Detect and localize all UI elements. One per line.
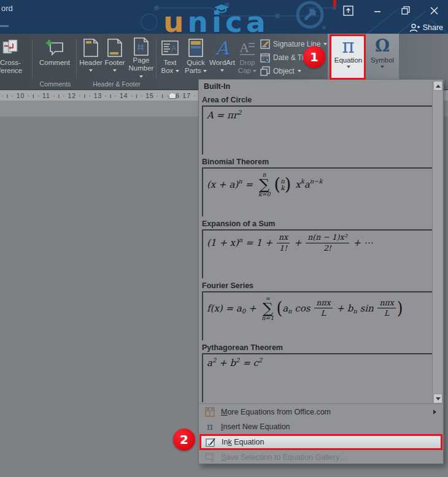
- office-equations-icon: [204, 407, 215, 417]
- dropdown-caret: [253, 70, 257, 72]
- equation-preview[interactable]: a2 + b2 = c2: [202, 353, 433, 402]
- menu-item-label: Ink Equation: [222, 438, 441, 446]
- svg-text:A: A: [171, 44, 177, 53]
- equation-section-label: Pythagorean Theorem: [202, 341, 433, 353]
- group-divider: [76, 39, 77, 78]
- cross-reference-icon: [1, 37, 20, 59]
- date-time-icon: [260, 53, 270, 63]
- ruler-ticks-right: · 17 · ı: [177, 92, 201, 99]
- equation-gallery-item[interactable]: Expansion of a Sum(1 + x)n = 1 + nx1! + …: [202, 217, 433, 278]
- page-number-button[interactable]: Page Number: [126, 37, 156, 80]
- builtin-header: Built-In: [204, 82, 230, 91]
- restore-button[interactable]: [396, 2, 415, 18]
- menu-item-save-selection-to-gallery: πSave Selection to Equation Gallery…: [199, 450, 442, 465]
- text-box-button[interactable]: A Text Box: [158, 37, 182, 80]
- pi-icon: π: [204, 422, 215, 432]
- dropdown-caret: [323, 43, 327, 45]
- comment-icon: [44, 37, 65, 59]
- dropdown-caret: [89, 69, 93, 72]
- group-divider: [32, 39, 33, 78]
- quick-parts-button[interactable]: Quick Parts: [183, 37, 209, 80]
- drop-cap-button[interactable]: A Drop Cap: [236, 37, 259, 80]
- equation-preview[interactable]: f(x) = a0 + ∞∑n=1(an cos nπxL + bn sin n…: [202, 291, 433, 340]
- dropdown-caret: [139, 75, 143, 78]
- cross-reference-button[interactable]: Cross- ference: [0, 37, 31, 80]
- menu-separator: [199, 403, 442, 404]
- equation-menu-commands: More Equations from Office.comπInsert Ne…: [199, 405, 442, 465]
- annotation-step-2: 2: [173, 429, 195, 451]
- comment-button[interactable]: Comment: [34, 37, 75, 80]
- scroll-up-button[interactable]: [433, 81, 442, 91]
- person-plus-icon: [409, 23, 420, 32]
- dropdown-caret: [380, 66, 384, 68]
- object-icon: [260, 66, 270, 76]
- menu-item-label: More Equations from Office.com: [221, 408, 428, 416]
- equation-gallery-item[interactable]: Pythagorean Theorema2 + b2 = c2: [202, 341, 433, 402]
- wordart-button[interactable]: A WordArt: [209, 37, 236, 80]
- equation-section-label: Expansion of a Sum: [202, 217, 433, 229]
- dropdown-caret: [113, 69, 117, 72]
- menu-item-label: Save Selection to Equation Gallery…: [221, 453, 442, 462]
- window-title-partial: ord: [1, 4, 13, 13]
- equation-dropdown-panel: Built-In Area of CircleA = πr2Binomial T…: [198, 79, 444, 464]
- dropdown-caret: [220, 69, 224, 72]
- text-box-icon: A: [161, 37, 179, 59]
- header-button[interactable]: Header: [79, 37, 103, 80]
- symbol-label: Symbol: [371, 56, 394, 64]
- gallery-scrollbar[interactable]: [432, 81, 442, 403]
- menu-item-label: Insert New Equation: [221, 422, 442, 431]
- menu-item-insert-new-equation[interactable]: πInsert New Equation: [199, 419, 442, 434]
- minimize-button[interactable]: [368, 2, 387, 18]
- submenu-arrow-icon: [433, 410, 436, 414]
- equation-section-label: Area of Circle: [202, 93, 433, 105]
- signature-line-icon: [260, 39, 270, 49]
- group-label-comments: Comments: [34, 80, 76, 88]
- equation-gallery-item[interactable]: Binomial Theorem(x + a)n = n∑k=0(nk) xka…: [202, 155, 433, 216]
- dropdown-caret: [176, 70, 179, 72]
- equation-gallery: Area of CircleA = πr2Binomial Theorem(x …: [202, 93, 433, 403]
- share-button[interactable]: Share: [409, 21, 443, 34]
- quick-parts-icon: [188, 37, 204, 59]
- footer-icon: [107, 37, 123, 59]
- share-label: Share: [423, 23, 443, 32]
- page-number-icon: [133, 37, 149, 56]
- drop-cap-icon: A: [239, 37, 256, 59]
- equation-gallery-item[interactable]: Fourier Seriesf(x) = a0 + ∞∑n=1(an cos n…: [202, 279, 433, 340]
- svg-text:A: A: [239, 40, 249, 55]
- equation-section-label: Binomial Theorem: [202, 155, 433, 167]
- scroll-down-button[interactable]: [433, 394, 442, 403]
- arrow-down-icon: [436, 397, 441, 400]
- equation-preview[interactable]: (x + a)n = n∑k=0(nk) xkan−k: [202, 167, 433, 216]
- ruler-ticks-left: · ı · 10 · ı · 11 · ı · 12 · ı · 13 · ı …: [1, 92, 185, 99]
- wordart-icon: A: [215, 37, 229, 59]
- tab-underline: [0, 25, 9, 27]
- dropdown-caret: [203, 70, 207, 72]
- group-label-header-footer: Header & Footer: [77, 80, 156, 88]
- omega-icon: Ω: [375, 36, 390, 56]
- object-button[interactable]: Object: [260, 65, 301, 77]
- ink-pen-icon: [205, 437, 216, 447]
- menu-item-more-equations-from-office[interactable]: More Equations from Office.com: [199, 405, 442, 419]
- symbol-button[interactable]: Ω Symbol: [368, 36, 396, 79]
- arrow-up-icon: [436, 85, 441, 88]
- title-bar: ord unica Share: [0, 0, 448, 34]
- red-tick-decoration: [333, 0, 336, 7]
- svg-text:π: π: [210, 457, 214, 462]
- word-window: ord unica Share Cros: [0, 0, 448, 477]
- equation-gallery-item[interactable]: Area of CircleA = πr2: [202, 93, 433, 155]
- equation-preview[interactable]: (1 + x)n = 1 + nx1! + n(n − 1)x²2! + ⋯: [202, 229, 433, 278]
- equation-gallery-icon: π: [204, 452, 215, 462]
- dropdown-caret: [298, 70, 301, 72]
- annotation-step-1: 1: [303, 46, 325, 68]
- close-button[interactable]: [425, 2, 443, 18]
- ribbon-display-options-button[interactable]: [339, 2, 357, 18]
- unica-logo: unica: [163, 7, 269, 34]
- equation-section-label: Fourier Series: [202, 279, 433, 291]
- annotation-box-equation: [330, 34, 366, 80]
- header-icon: [83, 37, 99, 59]
- group-divider: [156, 39, 156, 78]
- footer-button[interactable]: Footer: [103, 37, 126, 80]
- menu-item-ink-equation[interactable]: Ink Equation: [199, 434, 442, 450]
- equation-preview[interactable]: A = πr2: [202, 105, 433, 155]
